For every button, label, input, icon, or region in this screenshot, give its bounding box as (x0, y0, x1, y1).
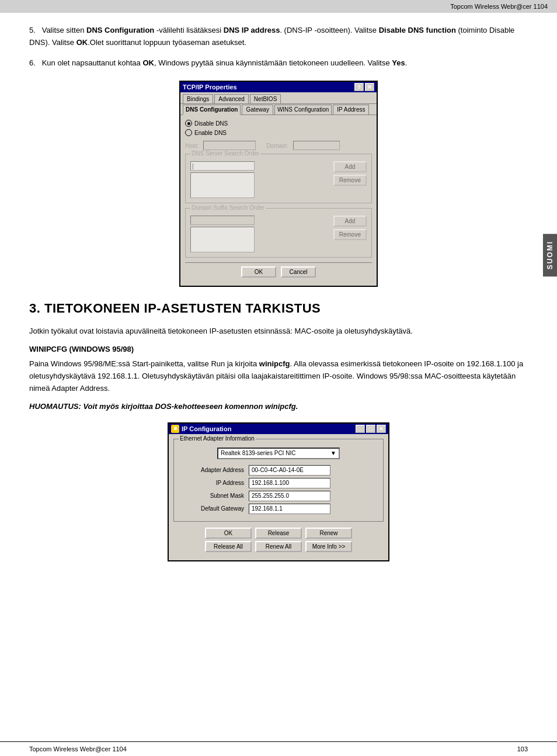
top-bar-title: Topcom Wireless Webr@cer 1104 (450, 3, 548, 10)
domain-suffix-textfield (190, 216, 255, 225)
ip-close-button[interactable]: ✕ (377, 425, 386, 433)
enable-dns-row: Enable DNS (185, 129, 372, 136)
dns-server-content: | Add Remove (190, 161, 367, 198)
tcp-close-button[interactable]: ✕ (365, 83, 374, 91)
section3-heading: 3. TIETOKONEEN IP-ASETUSTEN TARKISTUS (29, 301, 528, 316)
ethernet-group-label: Ethernet Adapter Information (179, 435, 256, 442)
subnet-mask-value: 255.255.255.0 (249, 491, 330, 501)
ip-titlebar-left: 🖥 IP Configuration (171, 425, 231, 433)
ip-minimize-button[interactable]: _ (356, 425, 365, 433)
tcp-content: Disable DNS Enable DNS Host: Domain: (180, 115, 377, 286)
ip-titlebar-buttons: _ □ ✕ (356, 425, 386, 433)
dns-server-label: DNS Server Search Order (190, 150, 260, 157)
tcp-help-button[interactable]: ? (354, 83, 364, 91)
top-bar: Topcom Wireless Webr@cer 1104 (0, 0, 557, 13)
tcp-titlebar-buttons: ? ✕ (354, 83, 374, 91)
tcp-dialog: TCP/IP Properties ? ✕ Bindings Advanced … (179, 81, 378, 287)
dns-server-inputs: | (190, 161, 330, 198)
ip-titlebar-icon: 🖥 (171, 425, 179, 433)
main-content: 5. Valitse sitten DNS Configuration -väl… (0, 13, 557, 741)
ip-renew-all-button[interactable]: Renew All (255, 541, 302, 552)
ip-dialog-wrapper: 🖥 IP Configuration _ □ ✕ Ethernet Adapte… (29, 422, 528, 561)
tcp-tabs-row1: Bindings Advanced NetBIOS (180, 92, 377, 104)
tab-bindings[interactable]: Bindings (183, 94, 213, 103)
domain-suffix-buttons: Add Remove (333, 216, 367, 240)
domain-suffix-content: Add Remove (190, 216, 367, 252)
winipcfg-body: Paina Windows 95/98/ME:ssä Start-painike… (29, 358, 528, 394)
tab-netbios[interactable]: NetBIOS (250, 94, 281, 103)
host-label: Host: (185, 143, 199, 149)
dns-server-list (190, 172, 255, 198)
default-gateway-label: Default Gateway (179, 505, 249, 512)
ip-release-button[interactable]: Release (255, 528, 302, 539)
step6-text: 6. Kun olet napsauttanut kohtaa OK, Wind… (29, 57, 528, 70)
domain-input (293, 141, 340, 150)
adapter-select-arrow: ▼ (330, 450, 336, 456)
step5-text: 5. Valitse sitten DNS Configuration -väl… (29, 25, 528, 49)
domain-remove-button[interactable]: Remove (333, 229, 367, 240)
ip-release-all-button[interactable]: Release All (205, 541, 252, 552)
footer-right: 103 (517, 745, 528, 752)
adapter-address-row: Adapter Address 00-C0-4C-A0-14-0E (179, 465, 378, 476)
ip-buttons-row2: Release All Renew All More Info >> (173, 541, 384, 552)
dns-server-group: DNS Server Search Order | Add Remove (185, 154, 372, 203)
domain-label: Domain: (266, 143, 288, 149)
winipcfg-heading: WINIPCFG (WINDOWS 95/98) (29, 345, 528, 353)
domain-suffix-list (190, 227, 255, 252)
tcp-ok-cancel: OK Cancel (185, 262, 372, 281)
tab-gateway[interactable]: Gateway (242, 105, 273, 115)
dns-server-textfield: | (190, 161, 255, 171)
domain-add-button[interactable]: Add (333, 216, 367, 227)
ip-ok-button[interactable]: OK (205, 528, 252, 539)
ip-address-label: IP Address (179, 480, 249, 486)
intro-text: Jotkin työkalut ovat loistavia apuväline… (29, 325, 528, 338)
domain-suffix-inputs (190, 216, 330, 252)
tcp-tabs-row2: DNS Configuration Gateway WINS Configura… (180, 105, 377, 115)
adapter-select[interactable]: Realtek 8139-series PCI NIC ▼ (217, 448, 340, 459)
tcp-cancel-button[interactable]: Cancel (281, 266, 316, 278)
ip-renew-button[interactable]: Renew (305, 528, 352, 539)
subnet-mask-label: Subnet Mask (179, 493, 249, 499)
ip-dialog: 🖥 IP Configuration _ □ ✕ Ethernet Adapte… (168, 422, 389, 561)
ip-buttons-row1: OK Release Renew (173, 528, 384, 539)
side-tab: SUOMI (543, 234, 557, 276)
domain-suffix-group: Domain Suffix Search Order Add Remove (185, 208, 372, 258)
adapter-address-label: Adapter Address (179, 467, 249, 473)
default-gateway-value: 192.168.1.1 (249, 504, 330, 514)
tcp-titlebar: TCP/IP Properties ? ✕ (180, 82, 377, 92)
ip-content: Ethernet Adapter Information Realtek 813… (169, 434, 388, 560)
enable-dns-label: Enable DNS (194, 130, 227, 136)
winipcfg-note: HUOMAUTUS: Voit myös kirjoittaa DOS-keho… (29, 402, 528, 411)
ip-maximize-button[interactable]: □ (366, 425, 375, 433)
dns-remove-button[interactable]: Remove (333, 175, 367, 186)
adapter-select-row: Realtek 8139-series PCI NIC ▼ (179, 448, 378, 459)
tab-advanced[interactable]: Advanced (214, 94, 248, 103)
disable-dns-label: Disable DNS (194, 120, 228, 127)
dns-add-button[interactable]: Add (333, 161, 367, 172)
tcp-dialog-wrapper: TCP/IP Properties ? ✕ Bindings Advanced … (29, 81, 528, 287)
disable-dns-row: Disable DNS (185, 120, 372, 127)
tab-wins-configuration[interactable]: WINS Configuration (274, 105, 332, 115)
enable-dns-radio[interactable] (185, 129, 192, 136)
ip-titlebar: 🖥 IP Configuration _ □ ✕ (169, 424, 388, 434)
tcp-ok-button[interactable]: OK (241, 266, 276, 278)
host-domain-row: Host: Domain: (185, 141, 372, 150)
disable-dns-radio[interactable] (185, 120, 192, 127)
adapter-select-value: Realtek 8139-series PCI NIC (221, 450, 295, 456)
host-input (203, 141, 256, 150)
tab-ip-address[interactable]: IP Address (333, 105, 369, 115)
ip-more-info-button[interactable]: More Info >> (305, 541, 352, 552)
ip-address-value: 192.168.1.100 (249, 478, 330, 488)
tab-dns-configuration[interactable]: DNS Configuration (183, 105, 241, 115)
page-footer: Topcom Wireless Webr@cer 1104 103 (0, 741, 557, 756)
domain-suffix-label: Domain Suffix Search Order (190, 204, 266, 211)
tcp-title-text: TCP/IP Properties (183, 84, 237, 91)
dns-server-buttons: Add Remove (333, 161, 367, 186)
ip-title-text: IP Configuration (182, 425, 231, 432)
ethernet-group: Ethernet Adapter Information Realtek 813… (173, 439, 384, 522)
footer-left: Topcom Wireless Webr@cer 1104 (29, 745, 127, 752)
ip-address-row: IP Address 192.168.1.100 (179, 478, 378, 488)
subnet-mask-row: Subnet Mask 255.255.255.0 (179, 491, 378, 501)
adapter-address-value: 00-C0-4C-A0-14-0E (249, 465, 330, 476)
default-gateway-row: Default Gateway 192.168.1.1 (179, 504, 378, 514)
